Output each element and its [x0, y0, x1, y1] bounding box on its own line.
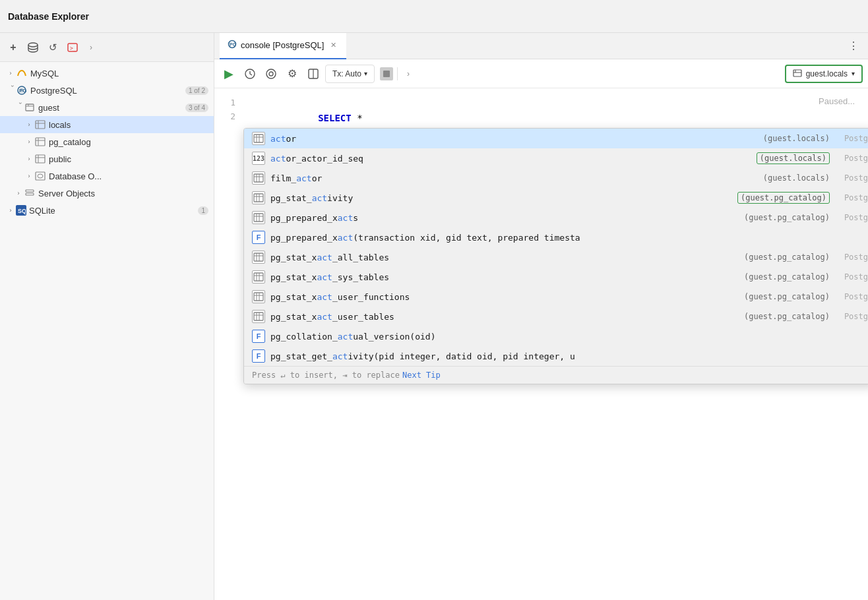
locals-table-icon — [34, 119, 46, 131]
svg-rect-61 — [254, 313, 263, 320]
sidebar-toolbar: + ↺ >_ › — [0, 33, 214, 62]
public-chevron-icon: › — [24, 154, 34, 164]
svg-point-26 — [266, 69, 276, 78]
sidebar-item-sqlite[interactable]: › SQ SQLite 1 — [0, 202, 214, 219]
autocomplete-item-name: pg_prepared_xacts — [270, 213, 736, 223]
add-button[interactable]: + — [5, 40, 21, 55]
svg-rect-30 — [793, 70, 801, 76]
autocomplete-item[interactable]: pg_stat_xact_user_functions(guest.pg_cat… — [244, 287, 868, 307]
more-chevron-icon[interactable]: › — [84, 41, 98, 54]
locals-chevron-icon: › — [24, 119, 34, 130]
database-objects-icon — [34, 170, 46, 182]
console-tab-icon: PG — [228, 40, 237, 51]
autocomplete-item[interactable]: pg_stat_xact_all_tables(guest.pg_catalog… — [244, 247, 868, 267]
stop-button[interactable] — [380, 67, 393, 80]
autocomplete-item[interactable]: Fpg_stat_get_activity(pid integer, datid… — [244, 346, 868, 366]
svg-point-27 — [269, 72, 273, 76]
server-objects-chevron-icon: › — [13, 188, 24, 198]
db-config-icon[interactable] — [25, 40, 41, 55]
tx-dropdown[interactable]: Tx: Auto ▾ — [325, 65, 375, 83]
autocomplete-item-schema: (guest.pg_catalog) — [737, 192, 830, 204]
run-button[interactable]: ▶ — [220, 65, 238, 83]
right-panel: PG console [PostgreSQL] ✕ ⋮ ▶ ⚙ Tx: Auto — [214, 33, 868, 600]
autocomplete-item[interactable]: Fpg_prepared_xact(transaction xid, gid t… — [244, 227, 868, 247]
expand-button[interactable]: › — [402, 67, 415, 80]
autocomplete-item-source: Postg — [835, 154, 868, 163]
history-button[interactable] — [241, 65, 259, 83]
toolbar-divider — [397, 67, 398, 80]
autocomplete-item-source: Postg — [835, 193, 868, 202]
sqlite-badge: 1 — [198, 206, 208, 215]
table-icon — [252, 310, 265, 323]
svg-rect-41 — [254, 194, 263, 202]
sidebar-item-postgresql[interactable]: › PG PostgreSQL 1 of 2 — [0, 82, 214, 99]
sidebar-item-public[interactable]: › public — [0, 150, 214, 167]
autocomplete-item-name: pg_stat_get_activity(pid integer, datid … — [270, 351, 868, 361]
autocomplete-item-schema: (guest.pg_catalog) — [744, 272, 830, 282]
svg-point-0 — [28, 43, 38, 47]
app-title: Database Explorer — [8, 11, 89, 22]
tab-console[interactable]: PG console [PostgreSQL] ✕ — [220, 33, 346, 59]
sqlite-chevron-icon: › — [5, 205, 16, 216]
app-header: Database Explorer — [0, 0, 868, 33]
autocomplete-item-name: film_actor — [270, 173, 755, 183]
autocomplete-item[interactable]: pg_stat_xact_sys_tables(guest.pg_catalog… — [244, 267, 868, 287]
autocomplete-item[interactable]: film_actor(guest.locals)Postg — [244, 168, 868, 188]
refresh-icon[interactable]: ↺ — [45, 40, 61, 55]
sidebar-item-database-objects[interactable]: › Database O... — [0, 167, 214, 185]
next-tip-button[interactable]: Next Tip — [402, 371, 441, 380]
autocomplete-item[interactable]: pg_stat_xact_user_tables(guest.pg_catalo… — [244, 307, 868, 326]
autocomplete-item-source: Postg — [835, 213, 868, 222]
fn-icon: F — [252, 231, 265, 244]
editor-area[interactable]: 1 2 SELECT * FROM act Paused... actor(gu… — [214, 88, 868, 600]
mysql-icon — [16, 67, 28, 79]
autocomplete-item[interactable]: pg_prepared_xacts(guest.pg_catalog)Postg — [244, 208, 868, 227]
schema-dropdown-label: guest.locals — [806, 69, 848, 78]
guest-badge: 3 of 4 — [185, 104, 208, 112]
autocomplete-item-name: pg_stat_xact_user_functions — [270, 292, 736, 302]
autocomplete-item-name: pg_stat_activity — [270, 193, 729, 203]
sidebar-item-pg-catalog[interactable]: › pg_catalog — [0, 133, 214, 150]
autocomplete-items-list: actor(guest.locals)Postg123actor_actor_i… — [244, 129, 868, 366]
sidebar-item-locals[interactable]: › locals — [0, 116, 214, 133]
sidebar-item-mysql[interactable]: › MySQL — [0, 65, 214, 82]
postgresql-badge: 1 of 2 — [185, 86, 208, 95]
autocomplete-item-schema: (guest.locals) — [763, 134, 830, 143]
console-tab-close[interactable]: ✕ — [328, 40, 338, 51]
new-console-icon[interactable]: >_ — [65, 40, 80, 55]
autocomplete-item-name: pg_prepared_xact(transaction xid, gid te… — [270, 233, 868, 243]
schema-chevron-icon: ▾ — [852, 70, 855, 77]
autocomplete-item-schema: (guest.pg_catalog) — [744, 312, 830, 321]
autocomplete-item-schema: (guest.locals) — [763, 173, 830, 183]
guest-chevron-icon: › — [13, 102, 24, 113]
select-keyword: SELECT — [318, 113, 352, 123]
tab-more-button[interactable]: ⋮ — [844, 37, 863, 55]
autocomplete-item[interactable]: actor(guest.locals)Postg — [244, 129, 868, 148]
sidebar-item-server-objects[interactable]: › Server Objects — [0, 185, 214, 202]
public-label: public — [49, 154, 208, 164]
autocomplete-item[interactable]: pg_stat_activity(guest.pg_catalog)Postg — [244, 188, 868, 208]
sqlite-label: SQLite — [29, 206, 195, 216]
svg-rect-49 — [254, 253, 263, 261]
autocomplete-item-source: Postg — [835, 272, 868, 282]
table-icon — [252, 211, 265, 224]
line-num-2: 2 — [214, 110, 235, 124]
settings-button[interactable]: ⚙ — [283, 65, 301, 83]
sidebar-item-guest[interactable]: › guest 3 of 4 — [0, 99, 214, 116]
table-icon — [252, 171, 265, 185]
layout-button[interactable] — [304, 65, 323, 83]
chevron-right-icon: › — [5, 68, 16, 78]
tab-bar: PG console [PostgreSQL] ✕ ⋮ — [214, 33, 868, 59]
paused-label: Paused... — [819, 96, 855, 106]
explain-plan-button[interactable] — [262, 65, 280, 83]
autocomplete-item[interactable]: Fpg_collation_actual_version(oid) — [244, 326, 868, 346]
fn-icon: F — [252, 349, 265, 363]
autocomplete-item-source: Postg — [835, 173, 868, 183]
postgresql-label: PostgreSQL — [30, 86, 183, 96]
postgresql-icon: PG — [16, 84, 28, 96]
table-icon — [252, 191, 265, 204]
autocomplete-item[interactable]: 123actor_actor_id_seq(guest.locals)Postg — [244, 148, 868, 168]
schema-dropdown[interactable]: guest.locals ▾ — [785, 65, 863, 83]
line-num-1: 1 — [214, 96, 235, 110]
svg-rect-33 — [254, 135, 263, 142]
